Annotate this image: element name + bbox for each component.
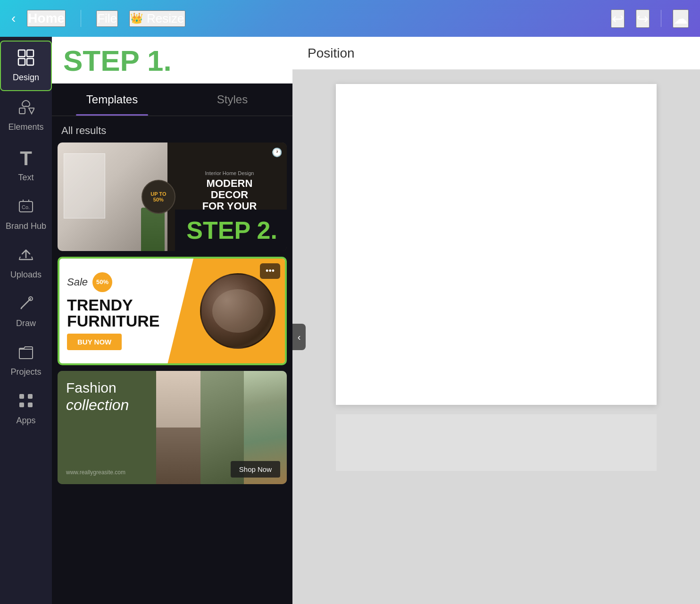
position-label: Position [308, 46, 355, 61]
percent-badge: 50% [92, 272, 112, 292]
file-button[interactable]: File [96, 10, 118, 27]
sidebar-item-apps[interactable]: Apps [0, 385, 52, 433]
canvas-content[interactable]: ‹ [292, 70, 700, 604]
sidebar-item-design[interactable]: Design [0, 41, 52, 91]
sidebar-item-projects[interactable]: Projects [0, 336, 52, 385]
home-label: Home [28, 11, 65, 26]
nav-divider-2 [661, 10, 661, 27]
tab-styles[interactable]: Styles [172, 84, 292, 116]
apps-icon [17, 392, 34, 413]
fashion-right-panel: Shop Now [156, 371, 287, 484]
clock-icon: 🕐 [272, 147, 282, 158]
tab-templates[interactable]: Templates [52, 84, 172, 116]
undo-button[interactable]: ↩ [611, 9, 625, 28]
top-navbar: ‹ Home File 👑 Resize ↩ ↪ ☁ [0, 0, 700, 37]
fashion-title-block: Fashion collection [66, 379, 152, 414]
svg-rect-10 [28, 394, 33, 399]
collapse-panel-button[interactable]: ‹ [292, 324, 306, 350]
sidebar-item-label: Projects [10, 367, 41, 377]
template-card-fashion-collection[interactable]: Fashion collection www.reallygreasite.co… [58, 371, 287, 484]
window-element [64, 153, 105, 218]
nav-action-icons: ↩ ↪ ☁ [611, 9, 689, 28]
fashion-website: www.reallygreasite.com [66, 469, 152, 476]
more-options-button[interactable]: ••• [260, 263, 280, 279]
results-header: All results [52, 116, 292, 143]
fashion-title-line2: collection [66, 396, 152, 414]
design-panel: STEP 1. Templates Styles All results [52, 37, 292, 604]
svg-marker-5 [29, 108, 34, 114]
templates-list: UP TO50% Interior Home Design MODERNDECO… [52, 143, 292, 604]
svg-rect-3 [27, 59, 33, 65]
sidebar: Design Elements T Text Co. [0, 37, 52, 604]
resize-button[interactable]: 👑 Resize [129, 10, 185, 27]
projects-icon [17, 344, 34, 364]
canvas-page-small [336, 414, 657, 471]
svg-rect-1 [27, 50, 33, 57]
uploads-icon [17, 246, 34, 267]
brand-hub-icon: Co. [17, 198, 34, 218]
sale-text: Sale [67, 276, 88, 288]
sidebar-item-label: Brand Hub [6, 221, 46, 231]
svg-rect-4 [19, 108, 25, 114]
sidebar-item-label: Text [18, 173, 33, 183]
crown-icon: 👑 [130, 12, 143, 25]
sidebar-item-elements[interactable]: Elements [0, 91, 52, 140]
sidebar-item-label: Uploads [10, 270, 42, 280]
shop-now-button[interactable]: Shop Now [231, 461, 280, 478]
back-arrow-icon[interactable]: ‹ [11, 11, 16, 26]
elements-icon [17, 99, 34, 119]
step-header: STEP 1. [52, 37, 292, 84]
trendy-left-content: Sale 50% TRENDYFURNITURE BUY NOW [67, 259, 159, 363]
design-icon [17, 49, 34, 70]
sidebar-item-brand-hub[interactable]: Co. Brand Hub [0, 190, 52, 239]
discount-badge: UP TO50% [142, 180, 175, 214]
fashion-title-line1: Fashion [66, 379, 152, 396]
sync-button[interactable]: ☁ [673, 9, 689, 28]
sale-row: Sale 50% [67, 272, 159, 292]
fashion-photo-1 [156, 371, 200, 484]
step-1-title: STEP 1. [63, 46, 281, 76]
draw-icon [17, 295, 34, 316]
plant-element [141, 208, 165, 251]
buy-now-button[interactable]: BUY NOW [67, 334, 122, 350]
trendy-title: TRENDYFURNITURE [67, 297, 159, 329]
sidebar-item-label: Draw [16, 319, 36, 328]
nav-divider-1 [81, 10, 81, 27]
panel-tabs: Templates Styles [52, 84, 292, 116]
furniture-circle-image [200, 273, 275, 349]
sidebar-item-uploads[interactable]: Uploads [0, 239, 52, 287]
decor-small-text: Interior Home Design [205, 170, 254, 176]
svg-rect-11 [19, 403, 24, 407]
svg-rect-9 [19, 394, 24, 399]
fashion-left-panel: Fashion collection www.reallygreasite.co… [58, 371, 161, 484]
redo-button[interactable]: ↪ [636, 9, 650, 28]
sidebar-item-draw[interactable]: Draw [0, 287, 52, 336]
step-2-text: STEP 2. [186, 217, 277, 244]
svg-text:Co.: Co. [22, 204, 30, 210]
sidebar-item-text[interactable]: T Text [0, 140, 52, 190]
svg-rect-2 [18, 59, 25, 65]
svg-rect-12 [28, 403, 33, 407]
template-card-trendy-furniture[interactable]: Sale 50% TRENDYFURNITURE BUY NOW ••• [58, 257, 287, 365]
canvas-area: Position ‹ [292, 37, 700, 604]
sidebar-item-label: Elements [8, 122, 43, 132]
main-area: Design Elements T Text Co. [0, 37, 700, 604]
sidebar-item-label: Apps [16, 416, 35, 426]
text-icon: T [20, 147, 32, 170]
canvas-toolbar: Position [292, 37, 700, 70]
home-button[interactable]: Home [27, 10, 66, 27]
canvas-page-main [336, 84, 657, 405]
sidebar-item-label: Design [13, 73, 39, 83]
svg-rect-0 [18, 50, 25, 57]
step2-overlay: STEP 2. [175, 210, 287, 251]
template-card-modern-decor[interactable]: UP TO50% Interior Home Design MODERNDECO… [58, 143, 287, 251]
